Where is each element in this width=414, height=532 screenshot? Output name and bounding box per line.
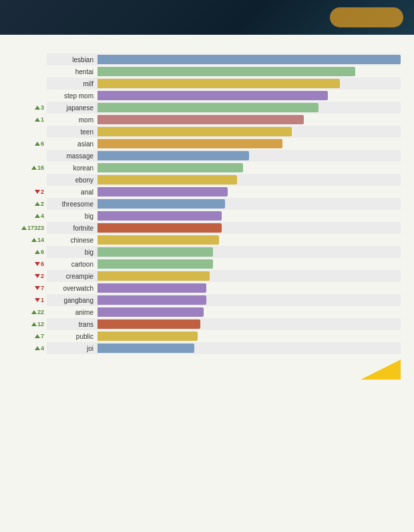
rank-item — [15, 90, 47, 102]
bar-track — [97, 79, 401, 88]
bar-fill — [97, 344, 194, 353]
rank-item — [15, 150, 47, 162]
bar-label: mom — [47, 116, 97, 124]
bar-track — [97, 67, 401, 76]
bar-track — [97, 271, 401, 281]
bar-fill — [97, 163, 243, 172]
bar-row: chinese — [47, 234, 401, 246]
bar-track — [97, 127, 401, 136]
rank-item — [15, 65, 47, 78]
bar-track — [97, 163, 401, 172]
rank-item: 16 — [15, 162, 47, 174]
bars-area: lesbianhentaimilfstep momjapanesemomteen… — [47, 53, 401, 354]
bar-label: lesbian — [47, 56, 97, 63]
rank-number: 2 — [41, 188, 44, 195]
arrow-up-icon — [35, 106, 40, 110]
bar-row: anal — [47, 186, 401, 198]
bar-track — [97, 187, 401, 196]
bar-track — [97, 295, 401, 305]
bar-fill — [97, 247, 213, 257]
arrow-up-icon — [35, 346, 40, 350]
bar-row: massage — [47, 150, 401, 162]
rank-number: 1 — [41, 116, 44, 123]
bar-row: korean — [47, 162, 401, 174]
bar-track — [97, 331, 401, 341]
arrow-up-icon — [31, 166, 37, 170]
footer-accent — [13, 360, 401, 380]
rank-number: 2 — [41, 201, 44, 207]
rank-item: 6 — [15, 246, 47, 258]
bar-fill — [97, 151, 249, 160]
rank-number: 16 — [37, 164, 44, 171]
bar-label: massage — [47, 152, 97, 160]
bar-row: creampie — [47, 270, 401, 282]
bar-label: step mom — [47, 92, 97, 100]
bar-fill — [97, 295, 206, 305]
rank-item: 4 — [15, 342, 47, 354]
bar-row: overwatch — [47, 282, 401, 294]
bar-label: gangbang — [47, 297, 97, 304]
bar-row: asian — [47, 138, 401, 150]
rank-number: 17323 — [27, 225, 44, 231]
bar-row: anime — [47, 306, 401, 318]
bar-track — [97, 151, 401, 160]
rank-item: 2 — [15, 270, 47, 282]
rank-item: 7 — [15, 330, 47, 342]
bar-fill — [97, 283, 206, 293]
page-header — [0, 0, 414, 35]
bar-label: trans — [47, 321, 97, 328]
rank-item — [15, 174, 47, 186]
rank-item: 4 — [15, 210, 47, 222]
bar-track — [97, 344, 401, 353]
bar-track — [97, 199, 401, 209]
rank-number: 2 — [41, 273, 44, 279]
arrow-up-icon — [35, 118, 40, 122]
bar-track — [97, 247, 401, 257]
bar-label: creampie — [47, 273, 97, 280]
rank-item: 7 — [15, 282, 47, 294]
rank-item: 14 — [15, 234, 47, 246]
main-content: 31616224173231466271221274 lesbianhentai… — [0, 35, 414, 386]
arrow-down-icon — [35, 286, 40, 290]
rank-item — [15, 53, 47, 65]
chart-container: 31616224173231466271221274 lesbianhentai… — [13, 53, 401, 354]
bar-fill — [97, 103, 319, 112]
rank-number: 7 — [41, 285, 44, 291]
bar-track — [97, 259, 401, 269]
bar-track — [97, 319, 401, 329]
rank-item: 6 — [15, 258, 47, 270]
bar-track — [97, 115, 401, 124]
arrow-down-icon — [35, 262, 40, 266]
rank-number: 6 — [41, 249, 44, 255]
bar-label: chinese — [47, 237, 97, 244]
bar-label: cartoon — [47, 261, 97, 268]
bar-row: japanese — [47, 102, 401, 114]
bar-track — [97, 175, 401, 184]
arrow-up-icon — [21, 226, 27, 230]
arrow-down-icon — [35, 298, 40, 302]
bar-row: threesome — [47, 198, 401, 210]
bar-fill — [97, 211, 222, 221]
bar-row: joi — [47, 342, 401, 354]
bar-fill — [97, 223, 222, 233]
bar-row: trans — [47, 318, 401, 330]
bar-label: japanese — [47, 104, 97, 112]
bar-fill — [97, 139, 282, 148]
bar-label: anime — [47, 309, 97, 316]
rank-number: 22 — [37, 309, 44, 315]
rank-item: 6 — [15, 138, 47, 150]
bar-row: fortnite — [47, 222, 401, 234]
rank-number: 4 — [41, 345, 44, 352]
arrow-up-icon — [35, 142, 40, 146]
bar-label: anal — [47, 188, 97, 196]
bar-row: public — [47, 330, 401, 342]
arrow-up-icon — [35, 214, 40, 218]
rank-number: 4 — [41, 213, 44, 219]
bar-label: big — [47, 249, 97, 256]
bar-row: lesbian — [47, 53, 401, 65]
bar-fill — [97, 115, 304, 124]
bar-fill — [97, 307, 204, 317]
rank-item: 17323 — [15, 222, 47, 234]
bar-track — [97, 91, 401, 100]
bar-track — [97, 211, 401, 221]
